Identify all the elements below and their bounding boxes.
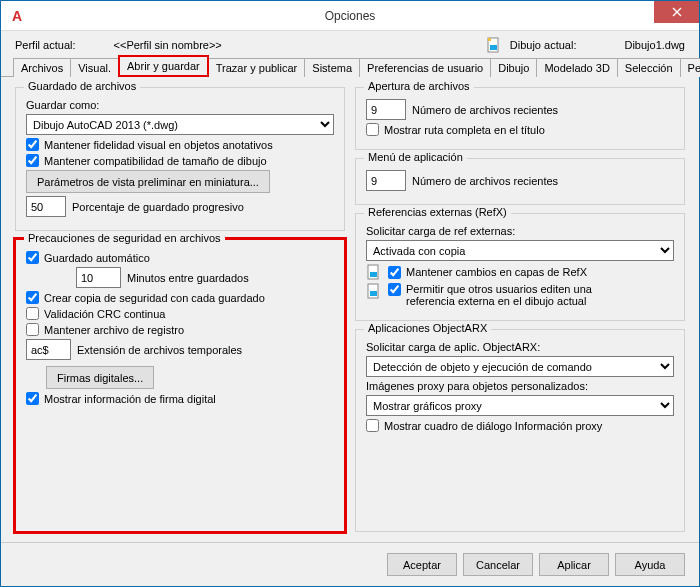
group-title-xref: Referencias externas (RefX) — [364, 206, 511, 218]
dialog-body: Guardado de archivos Guardar como: Dibuj… — [1, 77, 699, 542]
chk-autosave[interactable]: Guardado automático — [26, 251, 150, 264]
chk-log-box[interactable] — [26, 323, 39, 336]
apply-button[interactable]: Aplicar — [539, 553, 609, 576]
chk-full-path[interactable]: Mostrar ruta completa en el título — [366, 123, 545, 136]
dwg-icon — [486, 37, 502, 53]
group-app-menu: Menú de aplicación Número de archivos re… — [355, 158, 685, 205]
close-icon — [672, 7, 682, 17]
recent-files-input[interactable] — [366, 99, 406, 120]
svg-rect-1 — [490, 45, 497, 50]
chk-proxy-dialog-box[interactable] — [366, 419, 379, 432]
chk-visual-fidelity[interactable]: Mantener fidelidad visual en objetos ano… — [26, 138, 273, 151]
dialog-footer: Aceptar Cancelar Aplicar Ayuda — [1, 542, 699, 586]
current-drawing-value: Dibujo1.dwg — [624, 39, 685, 51]
tabstrip: Archivos Visual. Abrir y guardar Trazar … — [1, 55, 699, 77]
chk-backup[interactable]: Crear copia de seguridad con cada guarda… — [26, 291, 265, 304]
chk-autosave-box[interactable] — [26, 251, 39, 264]
save-as-select[interactable]: Dibujo AutoCAD 2013 (*.dwg) — [26, 114, 334, 135]
chk-backup-box[interactable] — [26, 291, 39, 304]
recent-files-label: Número de archivos recientes — [412, 104, 558, 116]
autosave-minutes-input[interactable] — [76, 267, 121, 288]
digital-signatures-button[interactable]: Firmas digitales... — [46, 366, 154, 389]
svg-rect-5 — [370, 291, 377, 296]
cancel-button[interactable]: Cancelar — [463, 553, 533, 576]
group-title-safety: Precauciones de seguridad en archivos — [24, 232, 225, 244]
chk-sig-info-box[interactable] — [26, 392, 39, 405]
options-dialog: A Opciones Perfil actual: <<Perfil sin n… — [0, 0, 700, 587]
group-xref: Referencias externas (RefX) Solicitar ca… — [355, 213, 685, 321]
chk-full-path-box[interactable] — [366, 123, 379, 136]
titlebar: A Opciones — [1, 1, 699, 31]
chk-size-compat-box[interactable] — [26, 154, 39, 167]
chk-visual-fidelity-box[interactable] — [26, 138, 39, 151]
chk-log[interactable]: Mantener archivo de registro — [26, 323, 184, 336]
right-column: Apertura de archivos Número de archivos … — [355, 87, 685, 532]
arx-load-label: Solicitar carga de aplic. ObjectARX: — [366, 341, 540, 353]
appmenu-recent-input[interactable] — [366, 170, 406, 191]
dwg-icon — [366, 264, 382, 280]
group-file-safety: Precauciones de seguridad en archivos Gu… — [15, 239, 345, 532]
close-button[interactable] — [654, 1, 699, 23]
tab-files[interactable]: Archivos — [13, 58, 71, 77]
proxy-images-label: Imágenes proxy para objetos personalizad… — [366, 380, 588, 392]
tab-3d[interactable]: Modelado 3D — [536, 58, 617, 77]
tab-drawing[interactable]: Dibujo — [490, 58, 537, 77]
ok-button[interactable]: Aceptar — [387, 553, 457, 576]
help-button[interactable]: Ayuda — [615, 553, 685, 576]
arx-load-select[interactable]: Detección de objeto y ejecución de coman… — [366, 356, 674, 377]
svg-rect-3 — [370, 272, 377, 277]
chk-proxy-dialog[interactable]: Mostrar cuadro de diálogo Información pr… — [366, 419, 602, 432]
left-column: Guardado de archivos Guardar como: Dibuj… — [15, 87, 345, 532]
incremental-save-label: Porcentaje de guardado progresivo — [72, 201, 244, 213]
chk-size-compat[interactable]: Mantener compatibilidad de tamaño de dib… — [26, 154, 267, 167]
dwg-icon — [366, 283, 382, 299]
temp-ext-input[interactable] — [26, 339, 71, 360]
xref-load-label: Solicitar carga de ref externas: — [366, 225, 515, 237]
group-arx: Aplicaciones ObjectARX Solicitar carga d… — [355, 329, 685, 532]
temp-ext-label: Extensión de archivos temporales — [77, 344, 242, 356]
profile-row: Perfil actual: <<Perfil sin nombre>> Dib… — [1, 31, 699, 55]
chk-crc[interactable]: Validación CRC continua — [26, 307, 165, 320]
tab-selection[interactable]: Selección — [617, 58, 681, 77]
current-profile-value: <<Perfil sin nombre>> — [114, 39, 222, 51]
xref-load-select[interactable]: Activada con copia — [366, 240, 674, 261]
window-title: Opciones — [1, 9, 699, 23]
group-file-save: Guardado de archivos Guardar como: Dibuj… — [15, 87, 345, 231]
autosave-minutes-label: Minutos entre guardados — [127, 272, 249, 284]
group-title-open: Apertura de archivos — [364, 80, 474, 92]
tab-user-prefs[interactable]: Preferencias de usuario — [359, 58, 491, 77]
incremental-save-input[interactable] — [26, 196, 66, 217]
tab-open-save[interactable]: Abrir y guardar — [118, 55, 209, 77]
save-as-label: Guardar como: — [26, 99, 99, 111]
chk-crc-box[interactable] — [26, 307, 39, 320]
chk-xref-layers[interactable]: Mantener cambios en capas de RefX — [388, 266, 587, 279]
tab-visual[interactable]: Visual. — [70, 58, 119, 77]
group-title-save: Guardado de archivos — [24, 80, 140, 92]
group-title-appmenu: Menú de aplicación — [364, 151, 467, 163]
thumbnail-settings-button[interactable]: Parámetros de vista preliminar en miniat… — [26, 170, 270, 193]
group-title-arx: Aplicaciones ObjectARX — [364, 322, 491, 334]
tab-perf[interactable]: Per — [680, 58, 700, 77]
group-file-open: Apertura de archivos Número de archivos … — [355, 87, 685, 150]
chk-xref-edit[interactable]: Permitir que otros usuarios editen una r… — [388, 283, 636, 307]
chk-xref-layers-box[interactable] — [388, 266, 401, 279]
tab-plot[interactable]: Trazar y publicar — [208, 58, 306, 77]
current-profile-label: Perfil actual: — [15, 39, 76, 51]
appmenu-recent-label: Número de archivos recientes — [412, 175, 558, 187]
current-drawing-label: Dibujo actual: — [510, 39, 577, 51]
chk-xref-edit-box[interactable] — [388, 283, 401, 296]
tab-system[interactable]: Sistema — [304, 58, 360, 77]
proxy-images-select[interactable]: Mostrar gráficos proxy — [366, 395, 674, 416]
chk-sig-info[interactable]: Mostrar información de firma digital — [26, 392, 216, 405]
